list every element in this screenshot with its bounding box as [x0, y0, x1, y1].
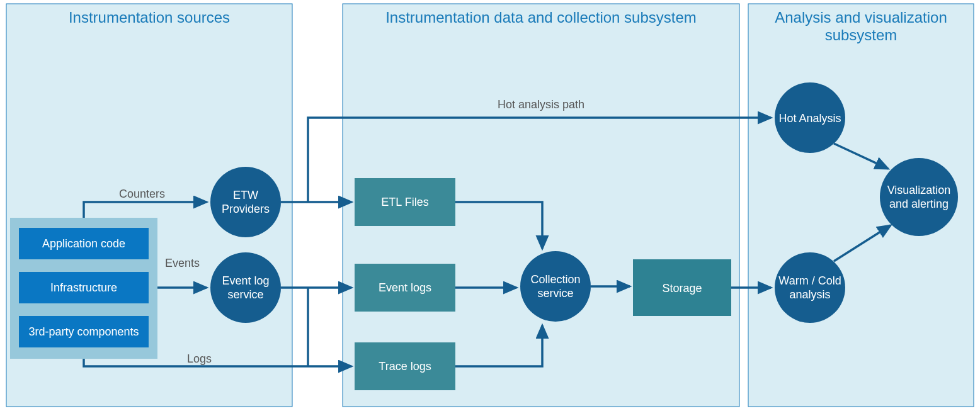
source-third-party: 3rd-party components [28, 325, 139, 338]
source-infrastructure: Infrastructure [50, 281, 117, 294]
svg-text:Trace logs: Trace logs [379, 360, 431, 373]
svg-text:Warm / Cold: Warm / Cold [778, 274, 841, 287]
svg-point-29 [880, 158, 958, 236]
svg-text:service: service [227, 288, 263, 301]
diagram-canvas: Instrumentation sources Instrumentation … [0, 0, 980, 411]
label-counters: Counters [119, 188, 165, 200]
svg-point-19 [520, 251, 591, 322]
svg-point-7 [210, 167, 281, 237]
label-events: Events [165, 257, 200, 269]
node-event-logs: Event logs [355, 264, 455, 312]
svg-text:Event log: Event log [222, 274, 269, 287]
node-warm-cold-analysis: Warm / Cold analysis [775, 252, 845, 323]
panel-analysis-title-l1: Analysis and visualization [775, 9, 947, 26]
svg-text:ETL Files: ETL Files [381, 196, 428, 208]
svg-text:and alerting: and alerting [889, 198, 949, 210]
panel-collection-title: Instrumentation data and collection subs… [385, 9, 697, 26]
svg-text:Event logs: Event logs [379, 281, 431, 294]
node-trace-logs: Trace logs [355, 342, 455, 390]
node-visualization: Visualization and alerting [880, 158, 958, 236]
node-etw-providers: ETW Providers [210, 167, 281, 237]
svg-point-10 [210, 252, 281, 323]
svg-text:service: service [537, 287, 573, 300]
label-logs: Logs [187, 352, 212, 365]
svg-text:Providers: Providers [222, 203, 270, 215]
node-collection-service: Collection service [520, 251, 591, 322]
svg-text:Visualization: Visualization [887, 184, 951, 196]
svg-text:analysis: analysis [789, 288, 830, 301]
svg-text:ETW: ETW [233, 189, 258, 201]
svg-text:Hot Analysis: Hot Analysis [778, 112, 841, 125]
svg-point-26 [775, 252, 845, 323]
node-event-log-service: Event log service [210, 252, 281, 323]
svg-text:Collection: Collection [530, 273, 580, 286]
sources-group: Application code Infrastructure 3rd-part… [10, 218, 157, 359]
panel-analysis-title-l2: subsystem [825, 26, 897, 43]
panel-sources-title: Instrumentation sources [69, 9, 230, 26]
node-hot-analysis: Hot Analysis [775, 82, 845, 153]
label-hot-path: Hot analysis path [498, 98, 584, 111]
node-storage: Storage [633, 259, 731, 316]
source-app-code: Application code [42, 237, 125, 250]
svg-text:Storage: Storage [662, 282, 702, 295]
node-etl-files: ETL Files [355, 178, 455, 226]
